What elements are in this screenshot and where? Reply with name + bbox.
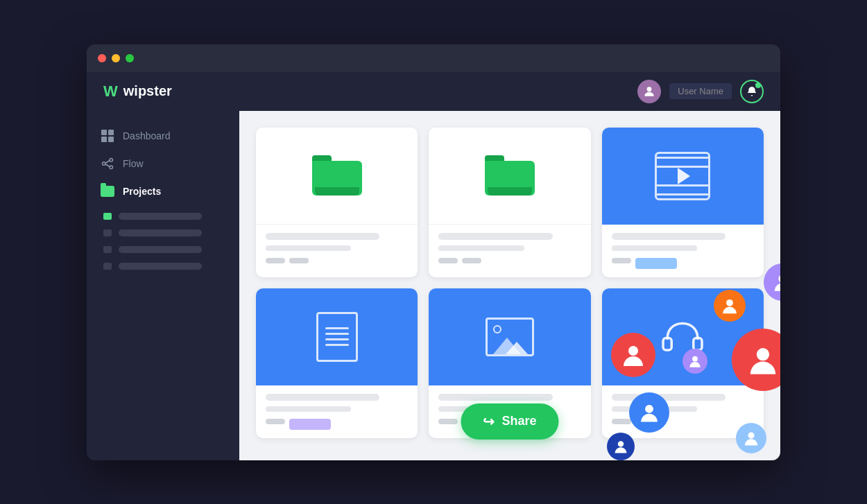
card-6-subtitle — [612, 406, 697, 412]
card-2-subtitle — [438, 245, 524, 251]
svg-point-0 — [647, 87, 652, 92]
doc-line-4 — [325, 344, 349, 346]
svg-line-5 — [105, 164, 110, 166]
card-4[interactable] — [256, 288, 418, 438]
folder-icon-1 — [312, 155, 362, 195]
sub-label-2 — [119, 229, 202, 236]
svg-point-1 — [103, 162, 106, 165]
card-1-tags — [266, 258, 408, 263]
sub-dot-2 — [103, 229, 112, 236]
card-3[interactable] — [602, 128, 764, 277]
card-2[interactable] — [429, 128, 590, 277]
card-3-info — [602, 225, 764, 277]
logo-text: wipster — [123, 83, 172, 99]
sidebar-sub-items — [87, 205, 239, 277]
card-4-tags — [266, 419, 408, 430]
card-4-title — [266, 394, 379, 401]
sidebar-sub-item-4[interactable] — [87, 258, 239, 275]
card-3-title — [612, 233, 726, 240]
card-5-title — [438, 394, 552, 401]
card-3-tags — [612, 258, 754, 269]
card-6-tags — [612, 419, 754, 424]
nav-right: User Name — [637, 80, 764, 103]
flow-label: Flow — [123, 158, 144, 169]
image-mountain-2 — [506, 342, 528, 354]
sidebar-sub-item-2[interactable] — [87, 225, 239, 241]
card-6-info — [602, 385, 764, 433]
maximize-button[interactable] — [126, 54, 134, 62]
badge-blue — [635, 258, 677, 269]
logo[interactable]: W wipster — [103, 82, 172, 101]
sub-dot-4 — [103, 263, 112, 270]
sidebar-item-projects[interactable]: Projects — [87, 177, 239, 205]
card-1-subtitle — [266, 245, 351, 251]
app-container: Dashboard Flow Proje — [87, 72, 780, 460]
doc-line-3 — [325, 338, 349, 340]
sub-dot-3 — [103, 246, 112, 253]
card-3-thumbnail — [602, 128, 764, 225]
avatar-purple-top — [764, 263, 780, 301]
dashboard-label: Dashboard — [123, 130, 171, 141]
card-6-thumbnail — [602, 288, 764, 385]
logo-icon: W — [103, 82, 118, 101]
close-button[interactable] — [98, 54, 106, 62]
tag-5 — [612, 258, 631, 263]
card-6[interactable] — [602, 288, 764, 438]
document-icon — [316, 312, 358, 362]
card-1-info — [256, 225, 418, 272]
tag-9 — [635, 419, 655, 424]
tag-1 — [266, 258, 285, 263]
image-sun — [493, 325, 501, 333]
share-button[interactable]: ↪ Share — [461, 403, 558, 440]
card-4-subtitle — [266, 406, 351, 412]
card-6-title — [612, 394, 726, 401]
sub-label-3 — [119, 246, 202, 253]
card-5-thumbnail — [429, 288, 590, 385]
sidebar-sub-item-1[interactable] — [87, 208, 239, 225]
svg-point-10 — [778, 275, 780, 282]
card-2-thumbnail — [429, 128, 590, 225]
tag-3 — [438, 258, 458, 263]
card-2-title — [438, 233, 552, 240]
cards-grid — [256, 128, 764, 438]
tag-2 — [289, 258, 309, 263]
sidebar: Dashboard Flow Proje — [87, 111, 239, 460]
card-1-title — [266, 233, 379, 240]
main-content: ↪ Share — [239, 111, 780, 460]
projects-folder-icon — [101, 184, 114, 198]
sidebar-item-dashboard[interactable]: Dashboard — [87, 122, 239, 150]
play-icon — [678, 168, 690, 184]
sidebar-sub-item-3[interactable] — [87, 241, 239, 258]
notification-button[interactable] — [740, 80, 764, 103]
tag-8 — [612, 419, 631, 424]
svg-point-16 — [618, 441, 624, 446]
svg-point-3 — [110, 166, 113, 169]
share-label: Share — [501, 414, 536, 428]
tag-7 — [438, 419, 458, 424]
card-4-thumbnail — [256, 288, 418, 385]
dashboard-icon — [101, 129, 114, 143]
card-2-info — [429, 225, 590, 272]
card-4-info — [256, 385, 418, 438]
avatar[interactable] — [637, 80, 661, 103]
user-icon — [642, 85, 656, 98]
sidebar-item-flow[interactable]: Flow — [87, 150, 239, 177]
sub-label-4 — [119, 263, 202, 270]
badge-purple — [289, 419, 331, 430]
doc-line-1 — [325, 327, 349, 329]
projects-label: Projects — [123, 186, 161, 197]
tag-6 — [266, 419, 285, 424]
headphones-icon — [658, 315, 707, 359]
card-3-subtitle — [612, 245, 697, 251]
folder-icon-2 — [485, 155, 535, 195]
top-nav: W wipster User Name — [87, 72, 780, 111]
user-name-label: User Name — [669, 83, 732, 99]
video-film-icon — [655, 152, 710, 200]
minimize-button[interactable] — [112, 54, 120, 62]
doc-line-2 — [325, 333, 349, 335]
image-icon — [486, 318, 534, 356]
share-icon: ↪ — [483, 413, 495, 430]
card-2-tags — [438, 258, 581, 263]
card-1[interactable] — [256, 128, 418, 277]
tag-4 — [462, 258, 481, 263]
